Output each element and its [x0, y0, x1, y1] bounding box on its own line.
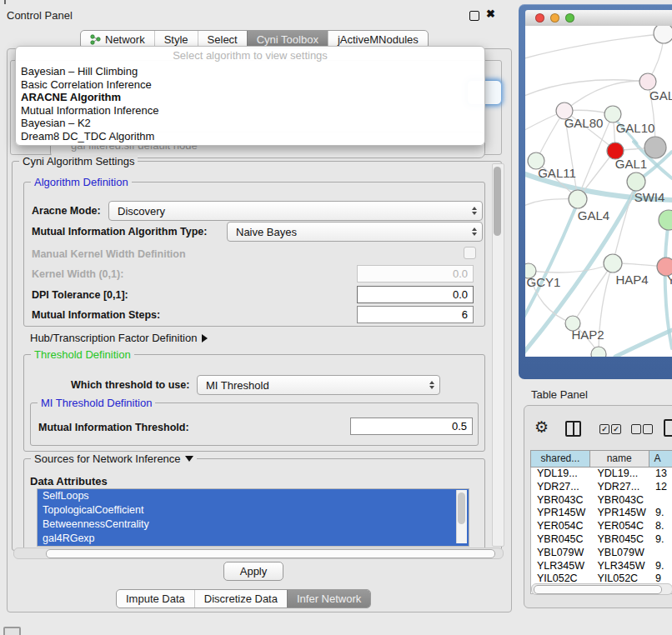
- threshold-definition-title: Threshold Definition: [31, 348, 134, 361]
- table-horizontal-scrollbar-thumb[interactable]: [534, 585, 662, 594]
- gear-icon[interactable]: ⚙: [534, 419, 549, 436]
- table-cell: YLR345W: [591, 560, 651, 573]
- dropdown-item[interactable]: Dream8 DC_TDC Algorithm: [16, 130, 484, 143]
- table-row[interactable]: YDR27...YDR27...12: [531, 481, 672, 494]
- table-row[interactable]: YPR145WYPR145W9.: [531, 507, 672, 520]
- network-node[interactable]: [591, 347, 606, 357]
- aracne-mode-select[interactable]: Discovery: [108, 201, 483, 221]
- table-body: YDL19...YDL19...13YDR27...YDR27...12YBR0…: [530, 468, 672, 594]
- tab-label: Impute Data: [126, 592, 185, 605]
- network-window-titlebar[interactable]: [525, 10, 672, 27]
- close-icon[interactable]: ✖: [486, 8, 495, 20]
- column-header-shared-name[interactable]: shared...: [531, 451, 589, 467]
- network-node-label: GAL11: [538, 166, 576, 180]
- column-header-cut[interactable]: A: [649, 451, 672, 467]
- network-edge[interactable]: [564, 81, 648, 111]
- tab-infer-network[interactable]: Infer Network: [287, 590, 370, 608]
- checked-checkbox-icon[interactable]: ✓: [599, 424, 609, 434]
- mini-panel-icon[interactable]: [3, 627, 21, 635]
- checked-checkbox-icon[interactable]: ✓: [611, 424, 621, 434]
- table-panel-title: Table Panel: [531, 388, 588, 401]
- table-row[interactable]: YDL19...YDL19...13: [531, 468, 672, 481]
- kernel-width-field[interactable]: [357, 265, 474, 282]
- columns-icon[interactable]: [565, 421, 581, 437]
- dropdown-item[interactable]: Bayesian – K2: [16, 117, 484, 130]
- network-node[interactable]: [659, 210, 672, 230]
- which-threshold-select[interactable]: MI Threshold: [197, 375, 440, 395]
- table-cell: 8.: [652, 520, 672, 533]
- aracne-mode-value: Discovery: [118, 205, 165, 218]
- attribute-list-item[interactable]: BetweennessCentrality: [38, 518, 469, 532]
- table-row[interactable]: YBL079WYBL079W: [531, 547, 672, 560]
- unchecked-checkbox-icon[interactable]: [631, 424, 641, 434]
- tab-discretize-data[interactable]: Discretize Data: [194, 590, 287, 608]
- algorithm-definition-title: Algorithm Definition: [31, 176, 132, 188]
- unchecked-checkbox-icon[interactable]: [643, 424, 653, 434]
- network-node[interactable]: [627, 172, 645, 191]
- table-cell: YPR145W: [591, 507, 651, 520]
- network-node[interactable]: [604, 254, 622, 272]
- tab-label: Cyni Toolbox: [257, 33, 318, 46]
- mi-steps-field[interactable]: [357, 306, 474, 323]
- mi-threshold-field[interactable]: [350, 418, 473, 435]
- node-table: shared... name A YDL19...YDL19...13YDR27…: [530, 450, 672, 594]
- network-edge[interactable]: [525, 200, 579, 327]
- dropdown-item[interactable]: Bayesian – Hill Climbing: [16, 65, 484, 78]
- tab-label: Style: [164, 33, 188, 46]
- network-node[interactable]: [654, 26, 672, 43]
- apply-button[interactable]: Apply: [223, 562, 283, 581]
- dropdown-item[interactable]: Mutual Information Inference: [16, 104, 484, 118]
- collapse-arrow-icon[interactable]: [185, 456, 193, 462]
- dpi-tolerance-field[interactable]: [357, 286, 474, 303]
- mi-algorithm-type-select[interactable]: Naive Bayes: [227, 222, 483, 242]
- sources-group-title: Sources for Network Inference: [31, 452, 197, 465]
- dropdown-item[interactable]: ARACNE Algorithm: [16, 91, 484, 104]
- network-node-label: GAL: [649, 88, 672, 102]
- screen: Control Panel ✖ Network Style Select Cyn…: [0, 0, 672, 635]
- algorithm-dropdown-prompt: Select algorithm to view settings: [16, 47, 484, 65]
- table-row[interactable]: YER054CYER054C8.: [531, 520, 672, 533]
- network-node[interactable]: [569, 190, 587, 208]
- network-edge[interactable]: [615, 330, 672, 357]
- column-header-name[interactable]: name: [589, 451, 649, 467]
- hub-transcription-factor-section[interactable]: Hub/Transcription Factor Definition: [30, 332, 208, 344]
- network-edge[interactable]: [573, 263, 613, 323]
- table-cell: YBL079W: [591, 547, 651, 560]
- cyni-bottom-tabs: Impute Data Discretize Data Infer Networ…: [116, 589, 371, 608]
- float-panel-icon[interactable]: [469, 11, 479, 21]
- network-edge[interactable]: [529, 263, 613, 272]
- table-row[interactable]: YBR045CYBR045C9.: [531, 533, 672, 547]
- new-table-icon[interactable]: [664, 419, 672, 437]
- minimize-traffic-light-icon[interactable]: [550, 13, 559, 22]
- tab-label: Select: [208, 33, 238, 46]
- stepper-arrows-icon: [472, 228, 477, 236]
- table-cell: YER054C: [531, 520, 591, 533]
- attributes-list-scrollbar-thumb[interactable]: [458, 492, 465, 524]
- dropdown-item[interactable]: Basic Correlation Inference: [16, 78, 484, 92]
- table-cell: YER054C: [591, 520, 651, 533]
- network-node[interactable]: [604, 106, 621, 122]
- tab-impute-data[interactable]: Impute Data: [117, 590, 194, 608]
- network-node-label: GCY1: [527, 275, 561, 289]
- settings-horizontal-scrollbar-thumb[interactable]: [46, 549, 495, 558]
- table-row[interactable]: YLR345WYLR345W9.: [531, 560, 672, 573]
- settings-vertical-scrollbar-thumb[interactable]: [494, 167, 501, 236]
- close-traffic-light-icon[interactable]: [535, 13, 544, 22]
- zoom-traffic-light-icon[interactable]: [565, 13, 574, 22]
- network-node[interactable]: [639, 73, 656, 90]
- attribute-list-item[interactable]: SelfLoops: [38, 489, 469, 503]
- manual-kernel-width-checkbox[interactable]: [464, 247, 476, 259]
- network-edge[interactable]: [525, 34, 661, 60]
- data-attributes-list[interactable]: SelfLoopsTopologicalCoefficientBetweenne…: [37, 488, 469, 547]
- table-row[interactable]: YBR043CYBR043C: [531, 494, 672, 508]
- expand-arrow-icon[interactable]: [202, 334, 208, 342]
- attribute-list-item[interactable]: TopologicalCoefficient: [38, 503, 469, 518]
- network-node[interactable]: [644, 137, 666, 158]
- table-cell: YBR043C: [591, 494, 651, 508]
- control-panel-title: Control Panel: [7, 9, 73, 22]
- attribute-list-item[interactable]: gal4RGexp: [38, 532, 469, 546]
- network-view[interactable]: GALGAL80GAL10GAL1GAL11SWI4GAL4GCY1HAP4YH…: [525, 26, 672, 357]
- aracne-mode-label: Aracne Mode:: [32, 205, 101, 217]
- table-cell: [652, 494, 672, 508]
- algorithm-dropdown-list: Bayesian – Hill ClimbingBasic Correlatio…: [16, 65, 484, 142]
